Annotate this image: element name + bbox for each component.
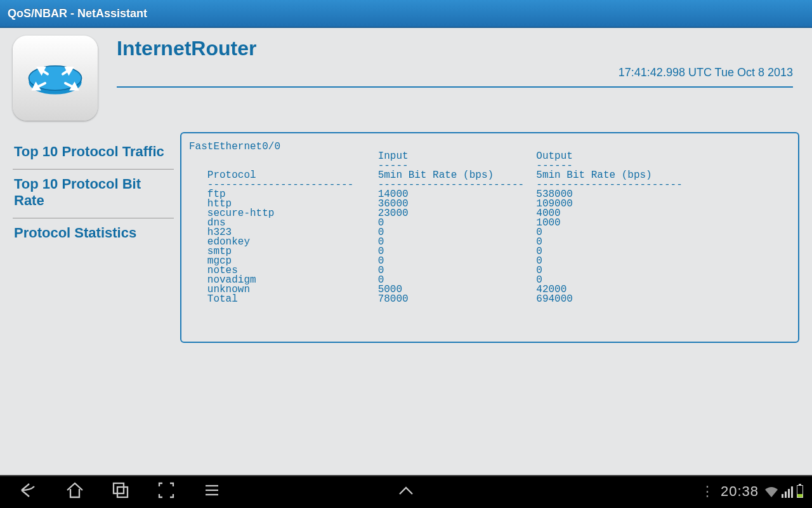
tab-protocol-stats[interactable]: Protocol Statistics xyxy=(13,218,174,250)
status-clock[interactable]: 20:38 xyxy=(721,483,759,500)
app-bar: QoS/NBAR - NetAssistant xyxy=(0,0,812,28)
notification-divider-icon: ⋮ xyxy=(700,483,714,500)
sidebar-tabs: Top 10 Protocol Traffic Top 10 Protocol … xyxy=(13,137,174,250)
terminal-output: FastEthernet0/0 Input Output ----- -----… xyxy=(189,142,790,304)
screenshot-icon[interactable] xyxy=(156,480,176,503)
timestamp: 17:41:42.998 UTC Tue Oct 8 2013 xyxy=(619,66,793,79)
svg-rect-11 xyxy=(117,487,128,497)
wifi-icon xyxy=(765,486,778,498)
device-title: InternetRouter xyxy=(117,37,256,60)
svg-rect-10 xyxy=(114,483,124,493)
recent-apps-icon[interactable] xyxy=(110,480,131,503)
expand-up-icon[interactable] xyxy=(396,491,416,502)
output-panel: FastEthernet0/0 Input Output ----- -----… xyxy=(180,132,799,343)
router-icon xyxy=(13,36,98,121)
tab-top10-traffic[interactable]: Top 10 Protocol Traffic xyxy=(13,137,174,170)
header-divider xyxy=(117,86,793,88)
app-title: QoS/NBAR - NetAssistant xyxy=(8,7,147,20)
menu-icon[interactable] xyxy=(202,480,222,503)
home-icon[interactable] xyxy=(65,480,85,503)
tab-top10-bitrate[interactable]: Top 10 Protocol Bit Rate xyxy=(13,170,174,218)
cell-signal-icon xyxy=(782,486,793,498)
android-navbar: ⋮ 20:38 xyxy=(0,475,812,508)
content-area: InternetRouter 17:41:42.998 UTC Tue Oct … xyxy=(0,28,812,475)
status-icons[interactable] xyxy=(765,485,803,498)
back-icon[interactable] xyxy=(19,480,39,503)
battery-icon xyxy=(797,485,803,498)
